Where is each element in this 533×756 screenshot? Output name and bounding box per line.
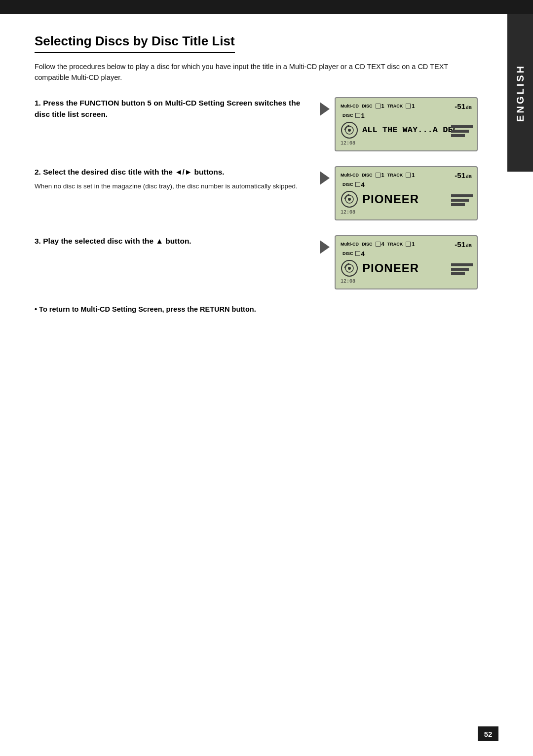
lcd2-bars <box>451 194 473 206</box>
svg-point-2 <box>348 129 351 132</box>
lcd2-track-num: 1 <box>412 172 415 178</box>
lcd1-track-label: TRACK <box>387 104 403 108</box>
side-tab-label: ENGLISH <box>515 64 526 122</box>
top-bar <box>0 0 533 14</box>
step-2-arrow <box>320 166 335 185</box>
page-number: 52 <box>478 726 498 741</box>
lcd3-disc-box <box>376 242 381 247</box>
lcd1-track-box <box>406 104 411 108</box>
main-content: Selecting Discs by Disc Title List Follo… <box>0 14 507 349</box>
lcd3-track-label: TRACK <box>387 242 403 247</box>
arrow-icon-2 <box>320 171 330 185</box>
cd-icon-3 <box>341 259 358 277</box>
lcd1-db-val: -51 <box>455 102 465 110</box>
step-1-arrow <box>320 97 335 116</box>
lcd2-db-unit: dB <box>466 174 472 179</box>
lcd2-disc-label: DISC <box>362 173 373 178</box>
bullet-note: • To return to Multi-CD Setting Screen, … <box>35 304 478 315</box>
lcd1-track-num: 1 <box>412 103 415 109</box>
lcd1-disc-label: DISC <box>362 104 373 108</box>
lcd3-multicd: Multi-CD <box>341 242 359 247</box>
arrow-icon <box>320 102 330 116</box>
cd-icon-2 <box>341 190 358 208</box>
step-3-display: Multi-CD DISC 4 TRACK 1 -51 dB <box>335 235 478 289</box>
lcd3-db-val: -51 <box>455 240 465 249</box>
lcd3-disc-num: 4 <box>381 241 384 247</box>
lcd2-disc2-box <box>355 182 360 187</box>
lcd1-title: ALL THE WAY...A DECA <box>362 125 456 135</box>
lcd3-disc2-box <box>355 251 360 256</box>
bar2 <box>451 130 469 133</box>
lcd1-disc-box <box>376 104 381 108</box>
lcd3-title: PIONEER <box>362 261 419 275</box>
lcd2-time: 12:08 <box>341 210 472 215</box>
bar3 <box>451 134 465 137</box>
lcd1-multicd: Multi-CD <box>341 104 359 108</box>
step-3-heading: 3. Play the selected disc with the ▲ but… <box>35 235 310 247</box>
page-title: Selecting Discs by Disc Title List <box>35 34 235 53</box>
cd-icon <box>341 121 358 139</box>
lcd1-disc2-num: 1 <box>361 112 365 119</box>
step-3-arrow <box>320 235 335 254</box>
step-1-heading: 1. Press the FUNCTION button 5 on Multi-… <box>35 97 310 120</box>
lcd2-title: PIONEER <box>362 192 419 206</box>
lcd1-time: 12:08 <box>341 141 472 146</box>
lcd3-disc2-num: 4 <box>361 250 365 257</box>
lcd3-track-box <box>406 242 411 247</box>
lcd3-disc2-label: DISC <box>343 251 353 256</box>
lcd1-disc2-label: DISC <box>343 113 353 118</box>
side-tab: ENGLISH <box>507 14 533 172</box>
step-2-text: 2. Select the desired disc title with th… <box>35 166 320 192</box>
lcd1-disc2-box <box>355 113 360 118</box>
step-2-note: When no disc is set in the magazine (dis… <box>35 181 310 191</box>
arrow-icon-3 <box>320 240 330 254</box>
step-1-display: Multi-CD DISC 1 TRACK 1 -51 dB <box>335 97 478 151</box>
lcd3-track-num: 1 <box>412 241 415 247</box>
step-1-text: 1. Press the FUNCTION button 5 on Multi-… <box>35 97 320 124</box>
lcd2-disc-num: 1 <box>381 172 384 178</box>
lcd1-disc-num: 1 <box>381 103 384 109</box>
lcd2-track-label: TRACK <box>387 173 403 178</box>
step-1-row: 1. Press the FUNCTION button 5 on Multi-… <box>35 97 478 151</box>
svg-point-5 <box>348 198 351 201</box>
step-2-heading: 2. Select the desired disc title with th… <box>35 166 310 178</box>
step-2-row: 2. Select the desired disc title with th… <box>35 166 478 220</box>
lcd2-db-val: -51 <box>455 171 465 180</box>
lcd2-disc2-num: 4 <box>361 181 365 188</box>
lcd3-disc-label: DISC <box>362 242 373 247</box>
lcd3-time: 12:08 <box>341 279 472 284</box>
lcd1-bars <box>451 125 473 137</box>
lcd1-db-unit: dB <box>466 105 472 110</box>
bar1 <box>451 125 473 128</box>
svg-point-8 <box>348 267 351 270</box>
lcd2-multicd: Multi-CD <box>341 173 359 178</box>
step-3-row: 3. Play the selected disc with the ▲ but… <box>35 235 478 289</box>
step-2-display: Multi-CD DISC 1 TRACK 1 -51 dB <box>335 166 478 220</box>
lcd2-disc2-label: DISC <box>343 182 353 187</box>
step-3-text: 3. Play the selected disc with the ▲ but… <box>35 235 320 251</box>
lcd3-db-unit: dB <box>466 243 472 248</box>
lcd3-bars <box>451 263 473 275</box>
lcd2-track-box <box>406 173 411 178</box>
intro-text: Follow the procedures below to play a di… <box>35 62 478 83</box>
lcd2-disc-box <box>376 173 381 178</box>
